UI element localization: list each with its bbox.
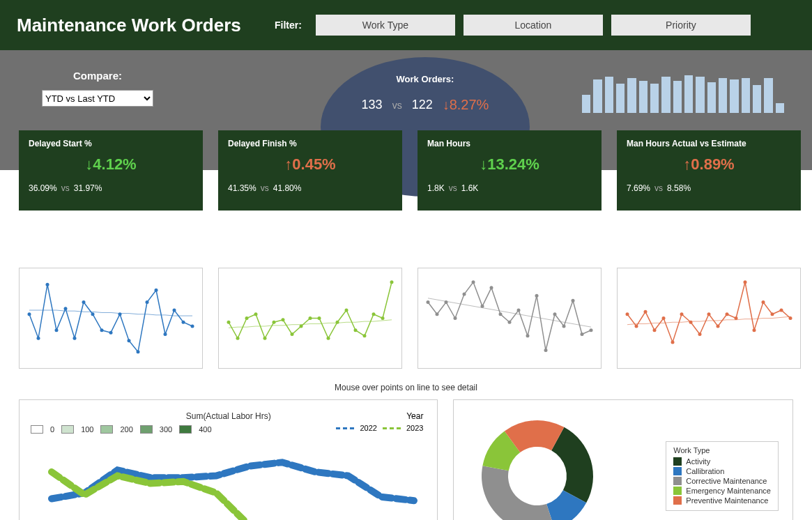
mini-bar [639, 81, 648, 113]
svg-point-71 [753, 328, 756, 332]
svg-point-16 [173, 309, 176, 312]
compare-label: Compare: [21, 70, 174, 82]
labor-hours-panel[interactable]: Sum(Actual Labor Hrs) 0100200300400 Year… [19, 399, 438, 520]
donut-legend-title: Work Type [673, 446, 771, 454]
kpi-title: Man Hours Actual vs Estimate [627, 139, 791, 148]
mini-bar [764, 78, 772, 113]
svg-point-30 [327, 337, 330, 340]
svg-point-41 [454, 316, 457, 320]
size-swatch [140, 425, 153, 434]
svg-point-29 [318, 316, 321, 320]
svg-point-35 [372, 312, 376, 316]
kpi-compare: 1.8Kvs1.6K [427, 183, 592, 193]
svg-point-59 [644, 310, 648, 314]
legend-label: Activity [686, 457, 710, 466]
size-swatch [100, 425, 113, 434]
svg-point-74 [780, 309, 783, 312]
svg-point-32 [345, 309, 348, 312]
legend-label: Callibration [686, 467, 724, 475]
compare-control: Compare: YTD vs Last YTD [21, 70, 174, 107]
legend-swatch [673, 457, 682, 466]
legend-swatch [673, 467, 682, 475]
svg-point-66 [707, 312, 711, 316]
spark-man-hours[interactable] [418, 268, 602, 369]
spark-delayed-start[interactable] [19, 268, 203, 369]
kpi-delta: ↑0.45% [228, 155, 392, 174]
donut-legend-item: Preventive Maintenance [673, 496, 771, 505]
filter-priority-button[interactable]: Priority [611, 15, 751, 36]
mini-bar [730, 79, 738, 113]
work-orders-title: Work Orders: [362, 74, 489, 84]
legend-swatch [673, 487, 682, 495]
svg-point-57 [626, 312, 629, 316]
sparkline-row [19, 268, 793, 369]
svg-point-9 [109, 331, 113, 335]
spark-delayed-finish[interactable] [218, 268, 402, 369]
svg-point-55 [581, 332, 584, 336]
svg-point-33 [354, 328, 358, 332]
size-swatch [179, 425, 192, 434]
svg-point-68 [726, 312, 729, 316]
donut-legend-item: Corrective Maintenance [673, 477, 771, 485]
filter-location-button[interactable]: Location [464, 15, 603, 36]
svg-point-36 [381, 316, 385, 320]
kpi-compare: 7.69%vs8.58% [627, 183, 791, 193]
svg-point-44 [481, 305, 484, 308]
svg-point-54 [572, 299, 575, 303]
svg-point-61 [662, 316, 666, 320]
donut-legend-item: Callibration [673, 467, 771, 475]
bottom-panels: Sum(Actual Labor Hrs) 0100200300400 Year… [19, 399, 793, 520]
svg-point-38 [427, 300, 430, 304]
kpi-card: Delayed Start % ↓4.12% 36.09%vs31.97% [19, 130, 203, 211]
work-orders-vs: vs [392, 100, 402, 111]
size-bin-label: 300 [160, 425, 172, 434]
size-bin-label: 200 [120, 425, 132, 434]
svg-point-17 [182, 321, 185, 324]
work-orders-prior: 122 [412, 98, 433, 112]
kpi-title: Delayed Start % [29, 139, 193, 148]
svg-point-24 [273, 321, 276, 324]
svg-point-67 [717, 325, 720, 328]
size-swatch [31, 425, 43, 434]
kpi-compare: 36.09%vs31.97% [29, 183, 193, 193]
year-legend-title: Year [336, 411, 423, 421]
svg-point-12 [137, 350, 140, 353]
svg-point-69 [735, 316, 738, 320]
svg-point-47 [508, 321, 512, 324]
mini-bar [684, 75, 693, 113]
donut-legend: Work Type ActivityCallibrationCorrective… [666, 441, 779, 511]
mini-bar [582, 95, 590, 113]
svg-point-40 [445, 300, 448, 304]
svg-point-15 [164, 332, 167, 336]
page-title: Maintenance Work Orders [17, 15, 275, 36]
mini-bar [605, 77, 613, 113]
svg-point-45 [490, 286, 493, 289]
mini-bar [673, 81, 682, 113]
svg-point-50 [535, 294, 539, 298]
legend-label: Emergency Maintenance [686, 487, 771, 495]
spark-actual-vs-estimate[interactable] [617, 268, 801, 369]
svg-point-62 [671, 341, 675, 344]
svg-point-27 [300, 325, 303, 328]
mini-bar [627, 78, 636, 113]
svg-point-31 [336, 321, 339, 324]
kpi-title: Delayed Finish % [228, 139, 392, 148]
svg-point-23 [263, 337, 267, 340]
svg-point-75 [789, 316, 792, 320]
legend-swatch [673, 496, 682, 505]
svg-point-48 [517, 309, 521, 312]
donut-legend-item: Emergency Maintenance [673, 487, 771, 495]
svg-point-21 [245, 316, 249, 320]
svg-point-43 [472, 280, 475, 284]
legend-label: Corrective Maintenance [686, 477, 767, 485]
svg-point-20 [236, 337, 240, 340]
compare-select[interactable]: YTD vs Last YTD [42, 90, 153, 107]
filter-work-type-button[interactable]: Work Type [316, 15, 455, 36]
svg-point-73 [771, 312, 774, 316]
mini-bar [707, 82, 716, 113]
svg-point-63 [680, 312, 684, 316]
mini-bar [616, 84, 625, 113]
svg-point-5 [73, 337, 77, 340]
mini-bar [661, 77, 670, 113]
work-type-donut-panel[interactable]: Work Type ActivityCallibrationCorrective… [453, 399, 793, 520]
